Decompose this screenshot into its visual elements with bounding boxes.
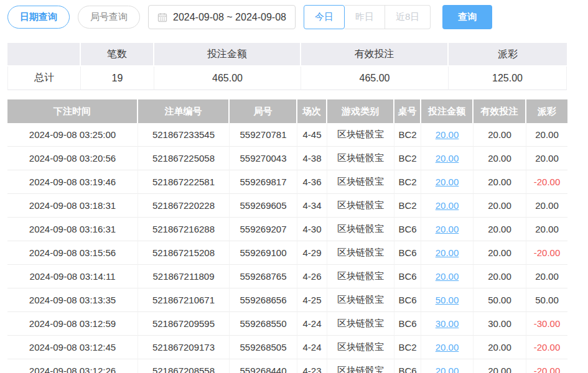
quick-range-today[interactable]: 今日 [304,5,345,29]
summary-valid-bet-value: 465.00 [301,67,449,90]
cell-bet-amount: 20.00 [421,194,474,218]
col-header-round-id: 局号 [230,99,297,123]
cell-game-type: 区块链骰宝 [327,265,394,288]
table-row: 2024-09-08 03:12:59 521867209595 5592685… [7,312,567,336]
table-row: 2024-09-08 03:16:31 521867216288 5592692… [7,218,567,241]
cell-round-id: 559268505 [230,336,297,359]
cell-payout: 20.00 [526,147,567,170]
bet-amount-link[interactable]: 20.00 [436,153,459,163]
cell-valid-bet: 20.00 [474,147,526,170]
summary-header-count: 笔数 [81,43,154,67]
bet-amount-link[interactable]: 20.00 [436,366,459,373]
summary-header-valid-bet: 有效投注 [301,43,449,67]
cell-round-id: 559270781 [230,123,297,147]
bet-amount-link[interactable]: 20.00 [436,224,459,234]
quick-range-group: 今日 昨日 近8日 [304,5,431,29]
table-row: 2024-09-08 03:12:45 521867209173 5592685… [7,336,567,359]
cell-bet-amount: 30.00 [421,312,474,336]
cell-valid-bet: 20.00 [474,218,526,241]
cell-payout: -20.00 [526,241,567,265]
cell-bet-id: 521867210671 [138,288,230,312]
col-header-session: 场次 [297,99,327,123]
cell-valid-bet: 20.00 [474,336,526,359]
table-row: 2024-09-08 03:15:56 521867215208 5592691… [7,241,567,265]
cell-bet-time: 2024-09-08 03:12:45 [7,336,138,359]
summary-header-row: 笔数 投注金额 有效投注 派彩 [7,43,567,67]
cell-session: 4-24 [297,312,327,336]
cell-payout: -20.00 [526,170,567,194]
cell-round-id: 559269605 [230,194,297,218]
cell-bet-amount: 20.00 [421,218,474,241]
cell-round-id: 559270043 [230,147,297,170]
cell-session: 4-36 [297,170,327,194]
cell-session: 4-34 [297,194,327,218]
bet-amount-link[interactable]: 20.00 [436,342,459,352]
summary-payout-value: 125.00 [449,67,567,90]
cell-game-type: 区块链骰宝 [327,336,394,359]
cell-table-no: BC6 [394,312,421,336]
bet-amount-link[interactable]: 20.00 [436,177,459,187]
quick-range-8days[interactable]: 近8日 [385,5,431,29]
cell-table-no: BC6 [394,241,421,265]
date-range-picker[interactable]: 2024-09-08 ~ 2024-09-08 [148,5,296,29]
cell-bet-id: 521867215208 [138,241,230,265]
cell-valid-bet: 20.00 [474,359,526,373]
cell-bet-id: 521867225058 [138,147,230,170]
quick-range-yesterday[interactable]: 昨日 [345,5,385,29]
cell-payout: -30.00 [526,312,567,336]
table-row: 2024-09-08 03:12:26 521867208558 5592684… [7,359,567,373]
col-header-bet-amount: 投注金额 [421,99,474,123]
cell-bet-id: 521867209595 [138,312,230,336]
cell-bet-time: 2024-09-08 03:19:46 [7,170,138,194]
bet-amount-link[interactable]: 20.00 [436,247,459,258]
cell-round-id: 559269100 [230,241,297,265]
summary-count-value: 19 [81,67,154,90]
cell-payout: 50.00 [526,288,567,312]
cell-bet-time: 2024-09-08 03:12:59 [7,312,138,336]
cell-table-no: BC6 [394,218,421,241]
search-button[interactable]: 查询 [442,5,492,29]
cell-table-no: BC2 [394,336,421,359]
cell-table-no: BC2 [394,123,421,147]
table-row: 2024-09-08 03:18:31 521867220228 5592696… [7,194,567,218]
cell-game-type: 区块链骰宝 [327,241,394,265]
calendar-icon [157,12,167,22]
bet-amount-link[interactable]: 50.00 [436,295,459,305]
cell-payout: -20.00 [526,359,567,373]
table-row: 2024-09-08 03:14:11 521867211809 5592687… [7,265,567,288]
summary-bet-amount-value: 465.00 [154,67,301,90]
cell-bet-time: 2024-09-08 03:20:56 [7,147,138,170]
cell-game-type: 区块链骰宝 [327,359,394,373]
tab-round-query[interactable]: 局号查询 [78,6,140,29]
cell-bet-id: 521867220228 [138,194,230,218]
bet-amount-link[interactable]: 20.00 [436,129,459,140]
cell-session: 4-30 [297,218,327,241]
cell-valid-bet: 20.00 [474,194,526,218]
cell-round-id: 559268656 [230,288,297,312]
col-header-bet-id: 注单编号 [138,99,230,123]
cell-payout: 20.00 [526,265,567,288]
cell-bet-id: 521867211809 [138,265,230,288]
bet-amount-link[interactable]: 20.00 [436,200,459,211]
cell-round-id: 559268765 [230,265,297,288]
summary-total-label: 总计 [7,67,81,90]
cell-session: 4-45 [297,123,327,147]
summary-header-blank [7,43,81,67]
cell-session: 4-26 [297,265,327,288]
cell-valid-bet: 20.00 [474,265,526,288]
bet-amount-link[interactable]: 20.00 [436,271,459,282]
col-header-game-type: 游戏类别 [327,99,394,123]
cell-table-no: BC6 [394,288,421,312]
cell-payout: 20.00 [526,218,567,241]
cell-session: 4-38 [297,147,327,170]
cell-bet-amount: 20.00 [421,265,474,288]
tab-date-query[interactable]: 日期查询 [7,6,70,29]
cell-bet-time: 2024-09-08 03:16:31 [7,218,138,241]
cell-round-id: 559268550 [230,312,297,336]
table-row: 2024-09-08 03:13:35 521867210671 5592686… [7,288,567,312]
cell-bet-time: 2024-09-08 03:14:11 [7,265,138,288]
bet-amount-link[interactable]: 30.00 [436,318,459,329]
cell-bet-amount: 20.00 [421,170,474,194]
col-header-table-no: 桌号 [394,99,421,123]
bet-table-header-row: 下注时间 注单编号 局号 场次 游戏类别 桌号 投注金额 有效投注 派彩 [7,99,567,123]
